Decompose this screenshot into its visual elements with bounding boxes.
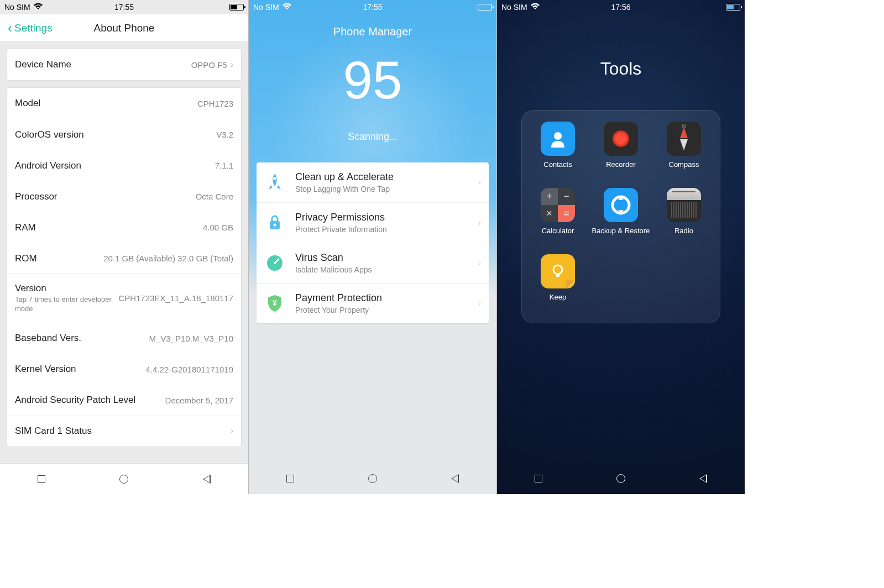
action-subtitle: Isolate Malicious Apps bbox=[295, 265, 478, 274]
row-label: Processor bbox=[15, 191, 57, 202]
clock: 17:55 bbox=[363, 3, 382, 12]
app-keep[interactable]: Keep bbox=[526, 254, 589, 309]
row-sublabel: Tap 7 times to enter developer mode bbox=[15, 295, 118, 314]
about-row: Android Security Patch LevelDecember 5, … bbox=[7, 385, 241, 416]
row-value: M_V3_P10,M_V3_P10 bbox=[149, 334, 233, 343]
android-nav-bar bbox=[497, 463, 745, 494]
battery-icon bbox=[726, 4, 740, 11]
recent-apps-button[interactable] bbox=[36, 474, 46, 484]
sim-status: No SIM bbox=[4, 3, 30, 12]
phone-manager-screen: No SIM 17:55 Phone Manager 95 Scanning..… bbox=[248, 0, 496, 494]
app-contacts[interactable]: Contacts bbox=[526, 122, 589, 177]
wifi-icon bbox=[34, 3, 43, 12]
action-title: Clean up & Accelerate bbox=[295, 171, 478, 183]
contacts-icon bbox=[541, 122, 575, 156]
chevron-right-icon: › bbox=[478, 177, 481, 187]
app-label: Backup & Restore bbox=[592, 227, 650, 243]
svg-point-0 bbox=[273, 177, 276, 180]
row-label: Model bbox=[15, 98, 40, 108]
row-label: Baseband Vers. bbox=[15, 333, 81, 343]
row-label: RAM bbox=[15, 222, 36, 233]
chevron-right-icon: › bbox=[231, 60, 233, 70]
row-label: ColorOS version bbox=[15, 129, 84, 140]
page-title: About Phone bbox=[94, 22, 155, 34]
shield-icon: ¥ bbox=[264, 293, 285, 314]
action-subtitle: Protect Your Property bbox=[295, 306, 478, 314]
sim-status: No SIM bbox=[501, 3, 527, 12]
device-name-card: Device Name OPPO F5 › bbox=[7, 49, 242, 81]
row-label: SIM Card 1 Status bbox=[15, 426, 92, 436]
action-title: Payment Protection bbox=[295, 292, 478, 304]
app-label: Keep bbox=[550, 293, 566, 309]
row-label: Device Name bbox=[15, 59, 71, 70]
action-row[interactable]: Clean up & AccelerateStop Lagging With O… bbox=[257, 162, 489, 202]
about-details-card: ModelCPH1723ColorOS versionV3.2Android V… bbox=[7, 87, 242, 447]
rocket-icon bbox=[264, 172, 285, 193]
back-nav-button[interactable] bbox=[450, 474, 460, 484]
app-recorder[interactable]: Recorder bbox=[589, 122, 652, 177]
action-row[interactable]: ¥Payment ProtectionProtect Your Property… bbox=[257, 283, 489, 323]
compass-icon: N bbox=[667, 122, 701, 156]
radio-icon bbox=[667, 188, 701, 222]
app-label: Compass bbox=[669, 160, 699, 177]
svg-point-2 bbox=[274, 224, 276, 227]
chevron-right-icon: › bbox=[478, 258, 481, 268]
recent-apps-button[interactable] bbox=[533, 474, 543, 484]
nav-header: ‹ Settings About Phone bbox=[0, 14, 248, 42]
back-icon[interactable]: ‹ bbox=[8, 20, 12, 36]
row-value: CPH1723EX_11_A.18_180117 bbox=[118, 293, 233, 303]
svg-point-6 bbox=[554, 132, 562, 140]
row-value: 4.00 GB bbox=[203, 223, 233, 232]
svg-point-4 bbox=[274, 262, 276, 264]
about-phone-screen: No SIM 17:55 ‹ Settings About Phone Devi… bbox=[0, 0, 248, 494]
row-value: 20.1 GB (Available) 32.0 GB (Total) bbox=[103, 254, 233, 263]
action-row[interactable]: Privacy PermissionsProtect Private Infor… bbox=[257, 202, 489, 243]
action-subtitle: Stop Lagging With One Tap bbox=[295, 185, 478, 193]
action-row[interactable]: Virus ScanIsolate Malicious Apps› bbox=[257, 243, 489, 283]
settings-body: Device Name OPPO F5 › ModelCPH1723ColorO… bbox=[0, 42, 248, 463]
back-nav-button[interactable] bbox=[202, 474, 212, 484]
app-calculator[interactable]: +−×=Calculator bbox=[526, 188, 589, 243]
row-label: Version bbox=[15, 283, 46, 293]
row-value: 4.4.22-G201801171019 bbox=[146, 365, 233, 374]
home-button[interactable] bbox=[368, 474, 378, 484]
calculator-icon: +−×= bbox=[541, 188, 575, 222]
recorder-icon bbox=[604, 122, 638, 156]
row-value: OPPO F5 bbox=[191, 60, 227, 70]
sim-status: No SIM bbox=[253, 3, 279, 12]
app-label: Contacts bbox=[543, 160, 572, 177]
backup-icon bbox=[604, 188, 638, 222]
page-title: Phone Manager bbox=[249, 14, 496, 49]
status-bar: No SIM 17:56 bbox=[497, 0, 745, 14]
app-compass[interactable]: NCompass bbox=[652, 122, 715, 177]
about-row: RAM4.00 GB bbox=[7, 212, 241, 243]
about-row: ColorOS versionV3.2 bbox=[7, 119, 241, 150]
app-label: Calculator bbox=[542, 227, 574, 243]
back-nav-button[interactable] bbox=[698, 474, 708, 484]
recent-apps-button[interactable] bbox=[285, 474, 295, 484]
wifi-icon bbox=[531, 3, 540, 12]
about-row: Android Version7.1.1 bbox=[7, 150, 241, 181]
device-name-row[interactable]: Device Name OPPO F5 › bbox=[7, 49, 241, 80]
row-value: V3.2 bbox=[216, 130, 233, 139]
folder-panel: ContactsRecorderNCompass+−×=CalculatorBa… bbox=[521, 110, 720, 323]
home-button[interactable] bbox=[119, 474, 129, 484]
chevron-right-icon: › bbox=[478, 298, 481, 308]
home-button[interactable] bbox=[616, 474, 626, 484]
app-backup[interactable]: Backup & Restore bbox=[589, 188, 652, 243]
svg-point-8 bbox=[553, 265, 562, 274]
row-value: December 5, 2017 bbox=[165, 396, 233, 405]
battery-icon bbox=[478, 4, 492, 11]
app-radio[interactable]: Radio bbox=[652, 188, 715, 243]
row-value: Octa Core bbox=[196, 192, 233, 201]
row-value: CPH1723 bbox=[197, 99, 233, 108]
wifi-icon bbox=[283, 3, 291, 12]
row-label: Android Security Patch Level bbox=[15, 395, 135, 405]
about-row[interactable]: SIM Card 1 Status› bbox=[7, 416, 241, 447]
svg-rect-9 bbox=[556, 274, 559, 277]
about-row: ProcessorOcta Core bbox=[7, 181, 241, 212]
app-label: Radio bbox=[674, 227, 693, 243]
chevron-right-icon: › bbox=[478, 218, 481, 228]
about-row: Baseband Vers.M_V3_P10,M_V3_P10 bbox=[7, 323, 241, 354]
back-button[interactable]: Settings bbox=[14, 22, 53, 34]
